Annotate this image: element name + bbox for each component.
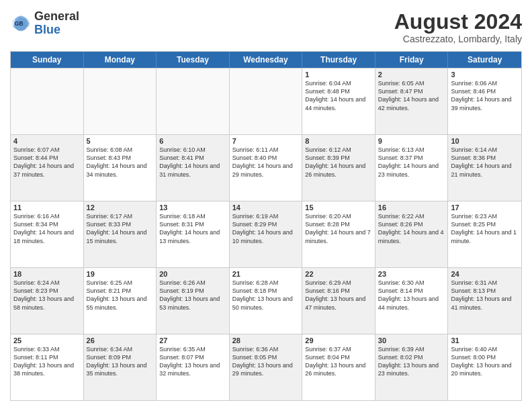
calendar-cell: 13Sunrise: 6:18 AM Sunset: 8:31 PM Dayli…	[157, 201, 230, 267]
cell-info: Sunrise: 6:36 AM Sunset: 8:05 PM Dayligh…	[232, 345, 300, 378]
day-number: 7	[232, 137, 300, 145]
cell-info: Sunrise: 6:14 AM Sunset: 8:36 PM Dayligh…	[451, 146, 519, 179]
calendar-cell: 10Sunrise: 6:14 AM Sunset: 8:36 PM Dayli…	[448, 135, 521, 201]
cell-info: Sunrise: 6:07 AM Sunset: 8:44 PM Dayligh…	[13, 146, 81, 179]
cell-info: Sunrise: 6:17 AM Sunset: 8:33 PM Dayligh…	[87, 212, 154, 245]
title-block: August 2024 Castrezzato, Lombardy, Italy	[394, 10, 522, 44]
calendar-week: 11Sunrise: 6:16 AM Sunset: 8:34 PM Dayli…	[11, 201, 521, 267]
calendar-week: 4Sunrise: 6:07 AM Sunset: 8:44 PM Daylig…	[11, 134, 521, 201]
calendar-cell: 30Sunrise: 6:39 AM Sunset: 8:02 PM Dayli…	[375, 334, 449, 400]
calendar-cell: 24Sunrise: 6:31 AM Sunset: 8:13 PM Dayli…	[448, 268, 521, 334]
cell-info: Sunrise: 6:31 AM Sunset: 8:13 PM Dayligh…	[451, 279, 519, 312]
page: GB General Blue August 2024 Castrezzato,…	[0, 0, 532, 411]
cell-info: Sunrise: 6:22 AM Sunset: 8:26 PM Dayligh…	[378, 212, 445, 245]
cell-info: Sunrise: 6:33 AM Sunset: 8:11 PM Dayligh…	[13, 345, 81, 378]
cell-info: Sunrise: 6:25 AM Sunset: 8:21 PM Dayligh…	[87, 279, 154, 312]
calendar-cell: 16Sunrise: 6:22 AM Sunset: 8:26 PM Dayli…	[375, 201, 449, 267]
calendar-cell: 9Sunrise: 6:13 AM Sunset: 8:37 PM Daylig…	[375, 135, 449, 201]
logo-icon: GB	[10, 13, 32, 34]
day-number: 20	[159, 270, 226, 278]
day-number: 15	[305, 203, 372, 212]
cell-info: Sunrise: 6:35 AM Sunset: 8:07 PM Dayligh…	[159, 345, 226, 378]
day-number: 16	[378, 203, 445, 212]
cell-info: Sunrise: 6:16 AM Sunset: 8:34 PM Dayligh…	[13, 212, 81, 245]
cell-info: Sunrise: 6:06 AM Sunset: 8:46 PM Dayligh…	[451, 79, 519, 112]
calendar-cell: 1Sunrise: 6:04 AM Sunset: 8:48 PM Daylig…	[302, 68, 375, 134]
cell-info: Sunrise: 6:34 AM Sunset: 8:09 PM Dayligh…	[87, 345, 154, 378]
day-number: 31	[451, 336, 519, 345]
cell-info: Sunrise: 6:11 AM Sunset: 8:40 PM Dayligh…	[232, 146, 300, 179]
calendar-body: 1Sunrise: 6:04 AM Sunset: 8:48 PM Daylig…	[11, 68, 521, 400]
day-number: 17	[451, 203, 519, 212]
cell-info: Sunrise: 6:19 AM Sunset: 8:29 PM Dayligh…	[232, 212, 300, 245]
calendar-cell: 14Sunrise: 6:19 AM Sunset: 8:29 PM Dayli…	[230, 201, 303, 267]
calendar-cell: 31Sunrise: 6:40 AM Sunset: 8:00 PM Dayli…	[448, 334, 521, 400]
calendar-cell: 15Sunrise: 6:20 AM Sunset: 8:28 PM Dayli…	[302, 201, 375, 267]
cell-info: Sunrise: 6:12 AM Sunset: 8:39 PM Dayligh…	[305, 146, 372, 179]
calendar-week: 18Sunrise: 6:24 AM Sunset: 8:23 PM Dayli…	[11, 267, 521, 334]
cell-info: Sunrise: 6:30 AM Sunset: 8:14 PM Dayligh…	[378, 279, 445, 312]
calendar-day-header: Tuesday	[157, 52, 230, 68]
calendar-day-header: Monday	[84, 52, 157, 68]
day-number: 22	[305, 270, 372, 278]
calendar-cell	[230, 68, 303, 134]
day-number: 29	[305, 336, 372, 345]
cell-info: Sunrise: 6:08 AM Sunset: 8:43 PM Dayligh…	[87, 146, 154, 179]
header: GB General Blue August 2024 Castrezzato,…	[10, 10, 522, 44]
calendar-cell: 3Sunrise: 6:06 AM Sunset: 8:46 PM Daylig…	[448, 68, 521, 134]
day-number: 12	[87, 203, 154, 212]
calendar-cell: 2Sunrise: 6:05 AM Sunset: 8:47 PM Daylig…	[375, 68, 449, 134]
cell-info: Sunrise: 6:40 AM Sunset: 8:00 PM Dayligh…	[451, 345, 519, 378]
logo-text: General Blue	[34, 10, 79, 37]
cell-info: Sunrise: 6:13 AM Sunset: 8:37 PM Dayligh…	[378, 146, 445, 179]
cell-info: Sunrise: 6:29 AM Sunset: 8:16 PM Dayligh…	[305, 279, 372, 312]
logo: GB General Blue	[10, 10, 79, 37]
calendar-cell	[11, 68, 84, 134]
calendar-day-header: Thursday	[302, 52, 375, 68]
calendar-day-header: Saturday	[448, 52, 521, 68]
calendar-cell: 18Sunrise: 6:24 AM Sunset: 8:23 PM Dayli…	[11, 268, 84, 334]
day-number: 10	[451, 137, 519, 145]
cell-info: Sunrise: 6:37 AM Sunset: 8:04 PM Dayligh…	[305, 345, 372, 378]
calendar-week: 1Sunrise: 6:04 AM Sunset: 8:48 PM Daylig…	[11, 68, 521, 134]
calendar-cell: 4Sunrise: 6:07 AM Sunset: 8:44 PM Daylig…	[11, 135, 84, 201]
calendar-cell: 7Sunrise: 6:11 AM Sunset: 8:40 PM Daylig…	[230, 135, 303, 201]
cell-info: Sunrise: 6:23 AM Sunset: 8:25 PM Dayligh…	[451, 212, 519, 245]
day-number: 9	[378, 137, 445, 145]
day-number: 18	[13, 270, 81, 278]
day-number: 8	[305, 137, 372, 145]
calendar: SundayMondayTuesdayWednesdayThursdayFrid…	[10, 51, 522, 401]
day-number: 3	[451, 71, 519, 79]
calendar-cell: 8Sunrise: 6:12 AM Sunset: 8:39 PM Daylig…	[302, 135, 375, 201]
day-number: 25	[13, 336, 81, 345]
calendar-day-header: Wednesday	[230, 52, 303, 68]
calendar-day-header: Friday	[375, 52, 449, 68]
calendar-cell: 17Sunrise: 6:23 AM Sunset: 8:25 PM Dayli…	[448, 201, 521, 267]
cell-info: Sunrise: 6:26 AM Sunset: 8:19 PM Dayligh…	[159, 279, 226, 312]
cell-info: Sunrise: 6:20 AM Sunset: 8:28 PM Dayligh…	[305, 212, 372, 245]
calendar-cell: 25Sunrise: 6:33 AM Sunset: 8:11 PM Dayli…	[11, 334, 84, 400]
cell-info: Sunrise: 6:04 AM Sunset: 8:48 PM Dayligh…	[305, 79, 372, 112]
day-number: 2	[378, 71, 445, 79]
day-number: 30	[378, 336, 445, 345]
calendar-cell: 22Sunrise: 6:29 AM Sunset: 8:16 PM Dayli…	[302, 268, 375, 334]
day-number: 19	[87, 270, 154, 278]
day-number: 24	[451, 270, 519, 278]
day-number: 5	[87, 137, 154, 145]
calendar-cell	[84, 68, 157, 134]
day-number: 13	[159, 203, 226, 212]
calendar-cell: 5Sunrise: 6:08 AM Sunset: 8:43 PM Daylig…	[84, 135, 157, 201]
calendar-cell: 11Sunrise: 6:16 AM Sunset: 8:34 PM Dayli…	[11, 201, 84, 267]
calendar-cell: 29Sunrise: 6:37 AM Sunset: 8:04 PM Dayli…	[302, 334, 375, 400]
cell-info: Sunrise: 6:18 AM Sunset: 8:31 PM Dayligh…	[159, 212, 226, 245]
cell-info: Sunrise: 6:24 AM Sunset: 8:23 PM Dayligh…	[13, 279, 81, 312]
cell-info: Sunrise: 6:05 AM Sunset: 8:47 PM Dayligh…	[378, 79, 445, 112]
calendar-week: 25Sunrise: 6:33 AM Sunset: 8:11 PM Dayli…	[11, 334, 521, 400]
cell-info: Sunrise: 6:28 AM Sunset: 8:18 PM Dayligh…	[232, 279, 300, 312]
calendar-cell: 28Sunrise: 6:36 AM Sunset: 8:05 PM Dayli…	[230, 334, 303, 400]
calendar-header: SundayMondayTuesdayWednesdayThursdayFrid…	[11, 52, 521, 68]
calendar-cell: 12Sunrise: 6:17 AM Sunset: 8:33 PM Dayli…	[84, 201, 157, 267]
cell-info: Sunrise: 6:10 AM Sunset: 8:41 PM Dayligh…	[159, 146, 226, 179]
calendar-cell: 27Sunrise: 6:35 AM Sunset: 8:07 PM Dayli…	[157, 334, 230, 400]
day-number: 28	[232, 336, 300, 345]
